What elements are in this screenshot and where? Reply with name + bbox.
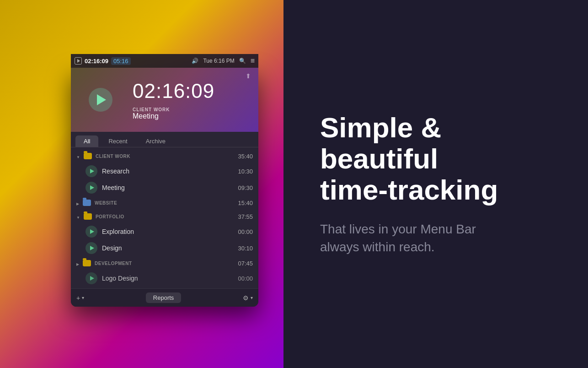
category-name-client-work: CLIENT WORK <box>96 154 235 159</box>
play-button-research[interactable] <box>86 165 97 177</box>
category-name-development: DEVELOPMENT <box>95 261 234 266</box>
play-button-meeting[interactable] <box>86 182 97 194</box>
menubar-timer-secondary: 05:16 <box>111 57 131 65</box>
share-icon[interactable]: ⬆ <box>246 72 254 81</box>
tab-archive[interactable]: Archive <box>138 135 174 147</box>
menu-bar-right: 🔊 Tue 6:16 PM 🔍 ≡ <box>192 57 255 65</box>
play-button-design[interactable] <box>86 242 97 254</box>
timer-category-label: CLIENT WORK <box>133 107 251 112</box>
category-time-portfolio: 37:55 <box>238 213 253 220</box>
volume-icon: 🔊 <box>192 58 198 64</box>
gear-chevron-icon: ▾ <box>251 295 253 300</box>
menubar-timer-main: 02:16:09 <box>85 58 108 65</box>
timer-time-meeting: 09:30 <box>238 184 253 191</box>
tab-bar: All Recent Archive <box>71 132 258 147</box>
reports-button[interactable]: Reports <box>146 292 182 303</box>
subheadline: That lives in your Menu Bar always withi… <box>320 220 551 256</box>
timer-name-research: Research <box>102 168 233 175</box>
chevron-down-icon <box>76 152 80 160</box>
menu-bar-left: 02:16:09 05:16 <box>75 57 131 65</box>
list-icon[interactable]: ≡ <box>251 57 255 65</box>
timer-name-meeting: Meeting <box>102 184 233 191</box>
right-panel: Simple & beautiful time-tracking That li… <box>283 0 588 368</box>
category-time-client-work: 35:40 <box>238 153 253 160</box>
panel-footer: + ▾ Reports ⚙ ▾ <box>71 288 258 307</box>
timer-time-research: 10:30 <box>238 168 253 175</box>
play-button-logo-design[interactable] <box>86 272 97 284</box>
timer-big-display: 02:16:09 <box>133 80 251 103</box>
timer-time-exploration: 00:00 <box>238 228 253 235</box>
timer-time-design: 30:10 <box>238 245 253 252</box>
category-time-website: 15:40 <box>238 200 253 206</box>
plus-icon: + <box>76 294 80 302</box>
folder-icon-client-work <box>84 153 92 159</box>
category-name-portfolio: PORTFOLIO <box>96 214 235 219</box>
folder-icon-portfolio <box>84 213 92 220</box>
subheadline-line1: That lives in your Menu Bar <box>320 222 476 236</box>
timer-header: ⬆ 02:16:09 CLIENT WORK Meeting <box>71 68 258 132</box>
category-website[interactable]: WEBSITE 15:40 <box>71 196 258 210</box>
subheadline-line2: always within reach. <box>320 240 435 254</box>
headline-line2: time-tracking <box>320 174 498 206</box>
timer-row-exploration[interactable]: Exploration 00:00 <box>71 223 258 240</box>
menubar-time: Tue 6:16 PM <box>203 58 234 64</box>
timer-row-design[interactable]: Design 30:10 <box>71 240 258 256</box>
menu-bar: 02:16:09 05:16 🔊 Tue 6:16 PM 🔍 ≡ <box>71 54 258 68</box>
category-portfolio[interactable]: PORTFOLIO 37:55 <box>71 210 258 223</box>
chevron-right-icon-website <box>76 199 79 207</box>
folder-icon-development <box>83 260 91 266</box>
play-button-exploration[interactable] <box>86 226 97 238</box>
chevron-down-icon-portfolio <box>76 212 80 221</box>
folder-icon-website <box>83 200 91 206</box>
gear-icon: ⚙ <box>243 294 249 302</box>
big-play-button[interactable] <box>89 88 112 112</box>
category-development[interactable]: DEVELOPMENT 07:45 <box>71 256 258 270</box>
timer-name-design: Design <box>102 244 233 252</box>
category-client-work[interactable]: CLIENT WORK 35:40 <box>71 149 258 163</box>
menubar-play-icon[interactable] <box>75 57 82 65</box>
settings-button[interactable]: ⚙ ▾ <box>243 294 253 302</box>
timer-row-meeting[interactable]: Meeting 09:30 <box>71 179 258 196</box>
category-time-development: 07:45 <box>238 260 253 267</box>
timer-name-exploration: Exploration <box>102 228 233 235</box>
timer-task-name: Meeting <box>133 112 251 120</box>
dropdown-panel: ⬆ 02:16:09 CLIENT WORK Meeting All Recen… <box>71 68 258 307</box>
timer-name-logo-design: Logo Design <box>102 275 233 282</box>
headline-line1: Simple & beautiful <box>320 112 441 174</box>
add-button[interactable]: + ▾ <box>76 294 84 302</box>
tab-all[interactable]: All <box>75 135 98 147</box>
add-chevron-icon: ▾ <box>82 295 84 300</box>
timer-row-logo-design[interactable]: Logo Design 00:00 <box>71 270 258 287</box>
timer-row-research[interactable]: Research 10:30 <box>71 163 258 179</box>
headline: Simple & beautiful time-tracking <box>320 112 551 206</box>
search-icon[interactable]: 🔍 <box>239 58 246 64</box>
tab-recent[interactable]: Recent <box>100 135 135 147</box>
timer-list: CLIENT WORK 35:40 Research 10:30 Meeting… <box>71 147 258 288</box>
left-panel: 02:16:09 05:16 🔊 Tue 6:16 PM 🔍 ≡ ⬆ 02:16… <box>0 0 283 368</box>
chevron-right-icon-dev <box>76 259 79 267</box>
timer-info: ⬆ 02:16:09 CLIENT WORK Meeting <box>130 68 258 132</box>
timer-time-logo-design: 00:00 <box>238 275 253 282</box>
category-name-website: WEBSITE <box>95 200 234 206</box>
timer-play-area <box>71 68 130 132</box>
